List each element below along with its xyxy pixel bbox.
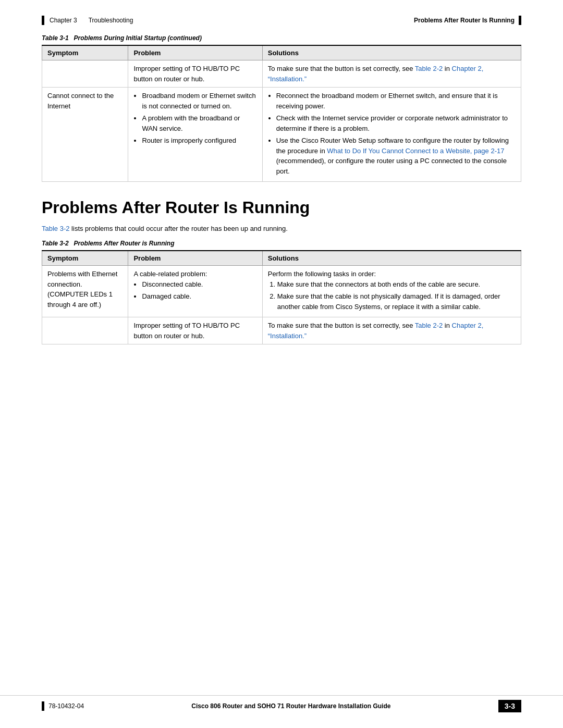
chapter2-link[interactable]: Chapter 2, “Installation.” xyxy=(268,65,484,83)
section-heading: Problems After Router Is Running xyxy=(42,198,521,217)
list-item: Make sure that the cable is not physical… xyxy=(277,291,516,312)
footer-bar xyxy=(42,701,44,711)
page-footer: 78-10432-04 Cisco 806 Router and SOHO 71… xyxy=(0,695,563,712)
table2-col-problem: Problem xyxy=(128,251,262,266)
table2-row1-solutions: Perform the following tasks in order: Ma… xyxy=(262,266,521,317)
table1-col-solutions: Solutions xyxy=(262,45,521,60)
table2-col-solutions: Solutions xyxy=(262,251,521,266)
header-left: Chapter 3 Troubleshooting xyxy=(42,16,133,25)
list-item: Make sure that the connectors at both en… xyxy=(277,279,516,290)
table2-row2-solutions: To make sure that the button is set corr… xyxy=(262,317,521,344)
table1-row2-solutions: Reconnect the broadband modem or Etherne… xyxy=(262,88,521,182)
table2-row2-problem: Improper setting of TO HUB/TO PC button … xyxy=(128,317,262,344)
table-row: Cannot connect to the Internet Broadband… xyxy=(42,88,521,182)
list-item: Check with the Internet service provider… xyxy=(276,113,516,133)
table1: Symptom Problem Solutions Improper setti… xyxy=(42,45,521,182)
table2-title-italic: Table 3-2 Problems After Router is Runni… xyxy=(42,240,174,247)
list-item: Broadband modem or Ethernet switch is no… xyxy=(142,91,256,111)
page-number: 3-3 xyxy=(498,700,521,712)
list-item: A problem with the broadband or WAN serv… xyxy=(142,113,256,133)
section-label: Troubleshooting xyxy=(89,17,133,24)
chapter-label: Chapter 3 xyxy=(50,17,77,24)
header-bar-right xyxy=(519,16,521,25)
footer-left: 78-10432-04 xyxy=(42,701,84,711)
table2-title: Table 3-2 Problems After Router is Runni… xyxy=(42,240,521,247)
table1-title: Table 3-1 Problems During Initial Startu… xyxy=(42,34,521,42)
table2: Symptom Problem Solutions Problems with … xyxy=(42,250,521,344)
list-item: Damaged cable. xyxy=(142,291,256,302)
table1-title-italic: Table 3-1 Problems During Initial Startu… xyxy=(42,34,202,42)
list-item: Router is improperly configured xyxy=(142,135,256,146)
table1-row1-symptom xyxy=(42,60,128,88)
table3-2-intro-link[interactable]: Table 3-2 xyxy=(42,225,69,232)
table2-row2-symptom xyxy=(42,317,128,344)
table1-row1-solutions: To make sure that the button is set corr… xyxy=(262,60,521,88)
page-header: Chapter 3 Troubleshooting Problems After… xyxy=(0,0,563,29)
table-row: Problems with Ethernet connection. (COMP… xyxy=(42,266,521,317)
footer-doc-number: 78-10432-04 xyxy=(48,702,84,710)
table2-row1-symptom: Problems with Ethernet connection. (COMP… xyxy=(42,266,128,317)
table1-row2-symptom: Cannot connect to the Internet xyxy=(42,88,128,182)
table2-2-link[interactable]: Table 2-2 xyxy=(415,65,443,72)
intro-text: lists problems that could occur after th… xyxy=(71,225,288,232)
footer-doc-title: Cisco 806 Router and SOHO 71 Router Hard… xyxy=(191,702,390,710)
header-right: Problems After Router Is Running xyxy=(414,16,521,25)
table-row: Improper setting of TO HUB/TO PC button … xyxy=(42,60,521,88)
table1-col-problem: Problem xyxy=(128,45,262,60)
table2-row1-problem: A cable-related problem: Disconnected ca… xyxy=(128,266,262,317)
footer-center: Cisco 806 Router and SOHO 71 Router Hard… xyxy=(191,702,390,710)
chapter2-link2[interactable]: Chapter 2, “Installation.” xyxy=(268,322,484,340)
list-item: Reconnect the broadband modem or Etherne… xyxy=(276,91,516,111)
table1-row2-problem: Broadband modem or Ethernet switch is no… xyxy=(128,88,262,182)
table-row: Improper setting of TO HUB/TO PC button … xyxy=(42,317,521,344)
list-item: Disconnected cable. xyxy=(142,279,256,290)
table1-col-symptom: Symptom xyxy=(42,45,128,60)
page-container: Chapter 3 Troubleshooting Problems After… xyxy=(0,0,563,728)
main-content: Table 3-1 Problems During Initial Startu… xyxy=(0,29,563,344)
intro-paragraph: Table 3-2 lists problems that could occu… xyxy=(42,225,521,232)
website-link[interactable]: What to Do If You Cannot Connect to a We… xyxy=(327,147,504,155)
table2-2-link2[interactable]: Table 2-2 xyxy=(415,322,443,329)
table2-col-symptom: Symptom xyxy=(42,251,128,266)
header-right-label: Problems After Router Is Running xyxy=(414,17,515,24)
table1-row1-problem: Improper setting of TO HUB/TO PC button … xyxy=(128,60,262,88)
list-item: Use the Cisco Router Web Setup software … xyxy=(276,135,516,176)
header-bar-left xyxy=(42,16,44,25)
